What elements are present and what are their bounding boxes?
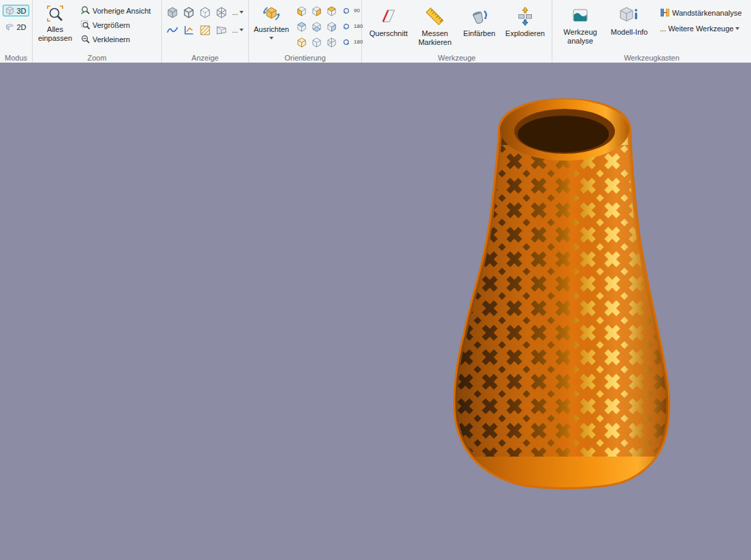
display-more2-button[interactable]: ... xyxy=(230,22,245,37)
rotate-180-button[interactable] xyxy=(340,21,352,33)
explode-button[interactable]: Explodieren xyxy=(503,3,548,52)
display-perspective-button[interactable] xyxy=(214,22,229,37)
display-curvature-button[interactable] xyxy=(165,22,180,37)
previous-view-icon xyxy=(80,5,90,16)
display-shaded-edges-button[interactable] xyxy=(181,5,196,20)
view-left-button[interactable] xyxy=(325,5,338,18)
view-left-cube-icon xyxy=(327,6,337,16)
view-trimetric-button[interactable] xyxy=(325,36,338,49)
zoom-out-label: Verkleinern xyxy=(93,35,130,44)
hidden-lines-cube-icon xyxy=(199,7,211,18)
zoom-in-icon xyxy=(80,20,90,30)
analysis-tray-icon xyxy=(571,6,590,25)
ribbon-group-werkzeugkasten: Werkzeug analyse Modell-Info Wandstärken… xyxy=(552,0,751,63)
view-back-button[interactable] xyxy=(310,5,323,18)
group-label-werkzeugkasten: Werkzeugkasten xyxy=(552,54,751,62)
cross-section-button[interactable]: Querschnitt xyxy=(366,3,411,52)
wall-thickness-button[interactable]: Wandstärkenanalyse xyxy=(657,6,744,19)
perspective-icon xyxy=(216,24,227,36)
3d-viewport[interactable] xyxy=(0,63,751,560)
ribbon-toolbar: 3D 2D Modus Alles einpas xyxy=(0,0,751,63)
model-info-cube-icon xyxy=(619,6,639,25)
vase-opening-interior xyxy=(518,116,609,152)
explode-icon xyxy=(515,6,535,27)
display-shaded-button[interactable] xyxy=(165,5,180,20)
more-tools-button[interactable]: ... Weitere Werkzeuge xyxy=(657,23,744,34)
mode-3d-label: 3D xyxy=(16,7,26,15)
view-isometric-cube-icon xyxy=(297,37,307,48)
display-hidden-lines-button[interactable] xyxy=(197,5,212,20)
tool-analysis-button[interactable]: Werkzeug analyse xyxy=(559,3,601,52)
mode-2d-label: 2D xyxy=(16,23,26,31)
view-bottom-cube-icon xyxy=(312,22,322,32)
display-hatch-button[interactable] xyxy=(197,22,212,37)
mode-2d-button[interactable]: 2D xyxy=(3,21,29,33)
zoom-in-button[interactable]: Vergrößern xyxy=(78,18,158,31)
zoom-out-icon xyxy=(80,34,90,44)
model-info-label: Modell-Info xyxy=(611,28,648,37)
measure-mark-button[interactable]: Messen Markieren xyxy=(414,3,456,52)
previous-view-button[interactable]: Vorherige Ansicht xyxy=(78,4,158,17)
more-tools-prefix: ... xyxy=(660,24,666,33)
group-label-werkzeuge: Werkzeuge xyxy=(362,54,552,62)
wall-thickness-icon xyxy=(660,7,670,18)
ruler-icon xyxy=(424,6,445,27)
hatch-icon xyxy=(199,24,211,36)
shaded-edges-cube-icon xyxy=(183,7,195,18)
shaded-cube-icon xyxy=(167,7,178,18)
mode-3d-button[interactable]: 3D xyxy=(3,5,29,16)
rotate-arrow-icon xyxy=(342,7,350,15)
cube-3d-icon xyxy=(5,6,14,15)
chevron-down-icon xyxy=(269,37,273,39)
view-trimetric-cube-icon xyxy=(327,37,337,48)
view-dimetric-cube-icon xyxy=(312,37,322,48)
ribbon-group-anzeige: ... xyxy=(162,0,249,63)
view-top-cube-icon xyxy=(297,22,307,32)
measure-mark-label: Messen Markieren xyxy=(417,29,452,46)
curve-icon xyxy=(167,24,178,36)
viewport-canvas[interactable] xyxy=(0,63,751,560)
view-isometric-button[interactable] xyxy=(295,36,308,49)
fit-all-button[interactable]: Alles einpassen xyxy=(35,2,75,52)
model-info-button[interactable]: Modell-Info xyxy=(607,3,652,52)
rotate-90-button[interactable] xyxy=(340,5,352,17)
display-wireframe-button[interactable] xyxy=(214,5,229,20)
sheet-2d-icon xyxy=(5,22,14,31)
vase-model[interactable] xyxy=(442,99,680,499)
rotate-arrow-icon xyxy=(342,22,350,31)
group-label-orientierung: Orientierung xyxy=(249,54,361,62)
align-cube-rotate-icon xyxy=(263,5,280,22)
display-more-button[interactable]: ... xyxy=(230,5,245,20)
fit-all-label: Alles einpassen xyxy=(38,25,72,42)
view-bottom-button[interactable] xyxy=(310,20,323,33)
tool-analysis-label: Werkzeug analyse xyxy=(563,28,598,45)
display-more2-label: ... xyxy=(232,27,237,34)
chevron-down-icon xyxy=(239,29,244,31)
view-front-button[interactable] xyxy=(295,5,308,18)
zoom-out-button[interactable]: Verkleinern xyxy=(78,33,158,46)
colorize-button[interactable]: Einfärben xyxy=(459,3,500,52)
view-top-button[interactable] xyxy=(295,20,308,33)
chevron-down-icon xyxy=(239,11,244,14)
group-label-modus: Modus xyxy=(0,54,32,62)
group-label-anzeige: Anzeige xyxy=(162,54,248,62)
cross-section-label: Querschnitt xyxy=(369,29,407,38)
ribbon-group-modus: 3D 2D Modus xyxy=(0,0,33,63)
display-axes-button[interactable] xyxy=(181,22,196,37)
paint-bucket-icon xyxy=(469,6,490,27)
wall-thickness-label: Wandstärkenanalyse xyxy=(672,9,741,17)
view-back-cube-icon xyxy=(312,6,322,16)
ribbon-group-orientierung: Ausrichten xyxy=(249,0,362,63)
display-more-label: ... xyxy=(232,9,237,16)
cross-section-icon xyxy=(378,6,399,27)
view-right-button[interactable] xyxy=(325,20,338,33)
explode-label: Explodieren xyxy=(505,29,545,38)
more-tools-label: Weitere Werkzeuge xyxy=(668,24,733,33)
colorize-label: Einfärben xyxy=(463,29,495,38)
axes-icon xyxy=(183,24,195,36)
ribbon-group-zoom: Alles einpassen Vorherige Ansicht Vergrö… xyxy=(33,0,162,63)
fit-all-magnifier-icon xyxy=(46,5,64,22)
align-button[interactable]: Ausrichten xyxy=(252,2,291,52)
rotate-180b-button[interactable] xyxy=(340,37,352,48)
view-dimetric-button[interactable] xyxy=(310,36,323,49)
